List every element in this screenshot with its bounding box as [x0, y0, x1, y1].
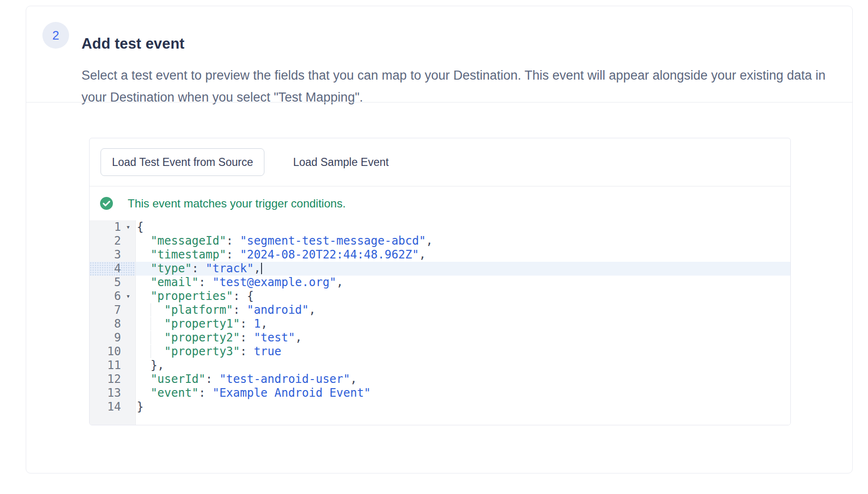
add-test-event-card: 2 Add test event Select a test event to … — [26, 6, 853, 473]
fold-arrow-icon[interactable]: ▾ — [121, 289, 135, 303]
code-line-9: "property2": "test", — [136, 331, 790, 345]
line-number: 1 — [90, 220, 121, 234]
trigger-match-status: This event matches your trigger conditio… — [90, 186, 790, 220]
gutter-line-9: 9 — [90, 331, 135, 345]
load-sample-event-button[interactable]: Load Sample Event — [293, 156, 389, 169]
line-number: 3 — [90, 248, 121, 262]
step-number: 2 — [52, 28, 59, 43]
gutter-line-14: 14 — [90, 400, 135, 414]
line-number: 11 — [90, 359, 121, 372]
gutter-line-12: 12 — [90, 372, 135, 386]
fold-spacer — [121, 234, 135, 248]
gutter-line-2: 2 — [90, 234, 135, 248]
gutter-line-10: 10 — [90, 345, 135, 359]
code-line-14: } — [136, 400, 790, 414]
editor-code[interactable]: { "messageId": "segment-test-message-abc… — [136, 220, 790, 425]
fold-spacer — [121, 386, 135, 400]
code-line-6: "properties": { — [136, 289, 790, 303]
code-line-5: "email": "test@example.org", — [136, 276, 790, 289]
event-source-toolbar: Load Test Event from Source Load Sample … — [90, 138, 790, 186]
json-code-editor[interactable]: 1▾23456▾7891011121314 { "messageId": "se… — [90, 220, 790, 425]
fold-spacer — [121, 372, 135, 386]
line-number: 4 — [90, 262, 121, 276]
gutter-line-5: 5 — [90, 276, 135, 289]
load-test-event-button[interactable]: Load Test Event from Source — [101, 148, 264, 176]
code-line-10: "property3": true — [136, 345, 790, 359]
fold-spacer — [121, 303, 135, 317]
test-event-panel: Load Test Event from Source Load Sample … — [89, 138, 791, 425]
code-line-11: }, — [136, 359, 790, 372]
line-number: 9 — [90, 331, 121, 345]
gutter-line-6: 6▾ — [90, 289, 135, 303]
code-line-3: "timestamp": "2024-08-20T22:44:48.962Z", — [136, 248, 790, 262]
line-number: 2 — [90, 234, 121, 248]
gutter-line-8: 8 — [90, 317, 135, 331]
fold-spacer — [121, 400, 135, 414]
fold-spacer — [121, 262, 135, 276]
gutter-line-7: 7 — [90, 303, 135, 317]
page-title: Add test event — [81, 35, 184, 52]
code-line-8: "property1": 1, — [136, 317, 790, 331]
fold-spacer — [121, 331, 135, 345]
code-line-13: "event": "Example Android Event" — [136, 386, 790, 400]
code-line-7: "platform": "android", — [136, 303, 790, 317]
gutter-line-4: 4 — [90, 262, 135, 276]
fold-spacer — [121, 345, 135, 359]
header-divider — [26, 102, 852, 103]
gutter-line-13: 13 — [90, 386, 135, 400]
line-number: 10 — [90, 345, 121, 359]
line-number: 7 — [90, 303, 121, 317]
line-number: 13 — [90, 386, 121, 400]
code-line-2: "messageId": "segment-test-message-abcd"… — [136, 234, 790, 248]
line-number: 14 — [90, 400, 121, 414]
fold-spacer — [121, 248, 135, 262]
fold-arrow-icon[interactable]: ▾ — [121, 220, 135, 234]
code-line-12: "userId": "test-android-user", — [136, 372, 790, 386]
line-number: 12 — [90, 372, 121, 386]
line-number: 8 — [90, 317, 121, 331]
fold-spacer — [121, 276, 135, 289]
editor-gutter: 1▾23456▾7891011121314 — [90, 220, 136, 425]
check-circle-icon — [100, 197, 113, 210]
gutter-line-3: 3 — [90, 248, 135, 262]
gutter-line-1: 1▾ — [90, 220, 135, 234]
text-cursor — [261, 263, 262, 274]
step-number-badge: 2 — [42, 22, 69, 49]
fold-spacer — [121, 359, 135, 372]
fold-spacer — [121, 317, 135, 331]
line-number: 6 — [90, 289, 121, 303]
code-line-1: { — [136, 220, 790, 234]
line-number: 5 — [90, 276, 121, 289]
gutter-line-11: 11 — [90, 359, 135, 372]
status-message: This event matches your trigger conditio… — [128, 197, 346, 210]
code-line-4: "type": "track", — [136, 262, 790, 276]
